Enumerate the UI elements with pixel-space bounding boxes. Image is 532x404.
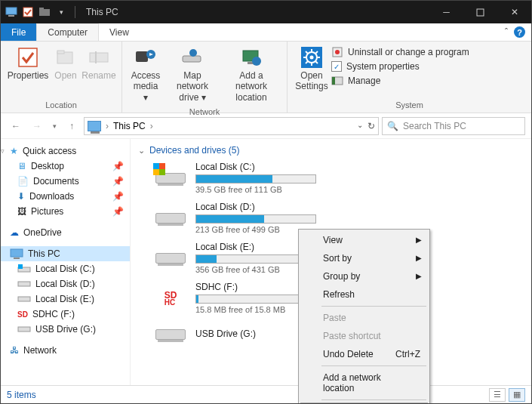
star-icon: ★ xyxy=(10,146,18,156)
context-menu-item[interactable]: Group by▶ xyxy=(300,267,428,285)
status-bar: 5 items ☰ ▦ xyxy=(1,385,531,403)
ribbon-group-label: Location xyxy=(1,99,121,113)
manage-icon xyxy=(331,75,343,87)
tiles-view-button[interactable]: ▦ xyxy=(509,388,525,402)
drive-free-text: 39.5 GB free of 111 GB xyxy=(195,185,338,194)
ribbon-group-location: Properties Open Rename Location xyxy=(1,42,122,113)
nav-sdhc[interactable]: SDSDHC (F:) xyxy=(1,307,130,322)
refresh-icon[interactable]: ↻ xyxy=(367,121,375,131)
pin-icon: 📌 xyxy=(112,206,124,217)
tab-view[interactable]: View xyxy=(99,23,140,41)
map-network-drive-button[interactable]: Map network drive ▾ xyxy=(165,43,220,104)
close-button[interactable]: ✕ xyxy=(497,1,531,23)
nav-local-disk-c[interactable]: Local Disk (C:) xyxy=(1,261,130,276)
qat-dropdown-icon[interactable]: ▾ xyxy=(55,6,67,18)
svg-rect-33 xyxy=(11,249,23,257)
nav-local-disk-d[interactable]: Local Disk (D:) xyxy=(1,276,130,291)
svg-rect-5 xyxy=(477,9,484,16)
expander-icon[interactable]: ▿ xyxy=(1,147,5,155)
context-menu-item[interactable]: Add a network location xyxy=(300,369,428,397)
context-menu: View▶Sort by▶Group by▶RefreshPastePaste … xyxy=(298,229,430,404)
search-input[interactable]: 🔍 Search This PC xyxy=(382,117,525,135)
nav-this-pc[interactable]: This PC xyxy=(1,246,130,261)
svg-rect-1 xyxy=(8,15,14,17)
qat-properties-icon[interactable] xyxy=(22,6,34,18)
svg-rect-9 xyxy=(90,53,108,62)
svg-rect-8 xyxy=(57,51,64,54)
up-button[interactable]: ↑ xyxy=(63,117,81,135)
drive-icon xyxy=(17,295,31,303)
svg-rect-38 xyxy=(18,297,30,301)
documents-icon: 📄 xyxy=(17,176,29,187)
collapse-ribbon-icon[interactable]: ˆ xyxy=(505,27,508,38)
nav-documents[interactable]: 📄Documents📌 xyxy=(1,174,130,189)
submenu-arrow-icon: ▶ xyxy=(416,272,422,280)
rename-button: Rename xyxy=(81,43,117,82)
search-placeholder: Search This PC xyxy=(403,121,466,131)
nav-quick-access[interactable]: ▿ ★ Quick access xyxy=(1,143,130,159)
nav-usb-drive[interactable]: USB Drive (G:) xyxy=(1,322,130,337)
submenu-arrow-icon: ▶ xyxy=(416,254,422,262)
nav-pictures[interactable]: 🖼Pictures📌 xyxy=(1,204,130,219)
drive-icon xyxy=(153,165,188,191)
status-text: 5 items xyxy=(7,390,36,400)
context-menu-item[interactable]: Undo DeleteCtrl+Z xyxy=(300,345,428,363)
nav-downloads[interactable]: ⬇Downloads📌 xyxy=(1,189,130,204)
ribbon-group-network: Access media ▾ Map network drive ▾ Add a… xyxy=(122,42,288,113)
tab-computer[interactable]: Computer xyxy=(36,23,99,41)
open-settings-button[interactable]: Open Settings xyxy=(292,43,331,94)
svg-rect-6 xyxy=(19,48,37,66)
chevron-down-icon[interactable]: ⌄ xyxy=(138,146,145,156)
minimize-button[interactable]: ─ xyxy=(429,1,463,23)
drive-item[interactable]: Local Disk (C:)39.5 GB free of 111 GB xyxy=(153,162,338,194)
forward-button[interactable]: → xyxy=(28,117,46,135)
breadcrumb[interactable]: This PC xyxy=(113,121,146,131)
uninstall-icon xyxy=(331,46,343,58)
app-icon xyxy=(5,6,17,18)
nav-desktop[interactable]: 🖥Desktop📌 xyxy=(1,159,130,174)
help-icon[interactable]: ? xyxy=(514,26,525,38)
drive-icon xyxy=(17,264,31,273)
svg-point-20 xyxy=(310,56,314,60)
file-tab[interactable]: File xyxy=(1,23,36,41)
onedrive-icon: ☁ xyxy=(10,227,19,238)
properties-button[interactable]: Properties xyxy=(5,43,51,82)
drive-name: Local Disk (C:) xyxy=(195,162,338,172)
nav-network[interactable]: 🖧Network xyxy=(1,343,130,358)
system-properties-button[interactable]: ✓ System properties xyxy=(331,61,469,72)
back-button[interactable]: ← xyxy=(7,117,25,135)
sdhc-icon: SD xyxy=(17,310,28,319)
qat-newfolder-icon[interactable] xyxy=(38,6,51,18)
uninstall-program-button[interactable]: Uninstall or change a program xyxy=(331,46,469,58)
this-pc-icon xyxy=(10,248,23,259)
maximize-button[interactable] xyxy=(463,1,497,23)
svg-rect-34 xyxy=(14,258,20,259)
context-menu-item[interactable]: View▶ xyxy=(300,231,428,249)
address-dropdown-icon[interactable]: ⌄ xyxy=(357,121,363,131)
svg-rect-2 xyxy=(23,8,32,17)
window-title: This PC xyxy=(86,7,118,17)
add-network-location-button[interactable]: Add a network location xyxy=(220,43,282,104)
recent-locations-button[interactable]: ▾ xyxy=(49,117,60,135)
drive-icon xyxy=(17,280,31,288)
access-media-button[interactable]: Access media ▾ xyxy=(127,43,165,104)
shortcut-text: Ctrl+Z xyxy=(395,349,420,359)
manage-button[interactable]: Manage xyxy=(331,75,469,87)
nav-onedrive[interactable]: ☁OneDrive xyxy=(1,225,130,240)
context-menu-item[interactable]: Sort by▶ xyxy=(300,249,428,267)
svg-rect-37 xyxy=(18,282,30,286)
drive-icon xyxy=(153,245,188,271)
section-header[interactable]: ⌄ Devices and drives (5) xyxy=(138,143,524,162)
ribbon-group-system: Open Settings Uninstall or change a prog… xyxy=(288,42,531,113)
drive-name: Local Disk (D:) xyxy=(195,202,338,212)
address-bar[interactable]: › This PC › ⌄ ↻ xyxy=(84,117,379,135)
pin-icon: 📌 xyxy=(112,161,124,171)
context-menu-item[interactable]: Refresh xyxy=(300,285,428,304)
nav-local-disk-e[interactable]: Local Disk (E:) xyxy=(1,291,130,307)
address-bar-row: ← → ▾ ↑ › This PC › ⌄ ↻ 🔍 Search This PC xyxy=(1,113,531,139)
ribbon-tabs: File Computer View ˆ ? xyxy=(1,23,531,42)
drive-icon: SDHC xyxy=(153,285,188,311)
navigation-pane: ▿ ★ Quick access 🖥Desktop📌 📄Documents📌 ⬇… xyxy=(1,139,131,402)
drive-icon xyxy=(153,322,188,347)
details-view-button[interactable]: ☰ xyxy=(489,388,506,402)
